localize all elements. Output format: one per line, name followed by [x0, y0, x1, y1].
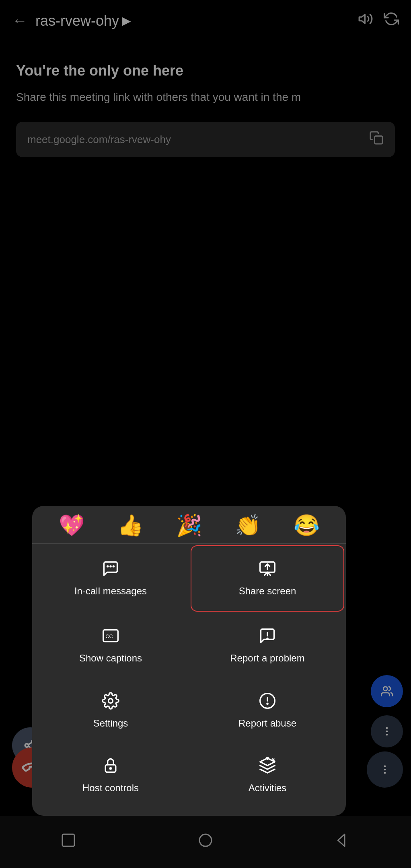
settings-label: Settings	[93, 717, 128, 729]
share-screen-label: Share screen	[239, 585, 296, 597]
activities-label: Activities	[249, 782, 287, 794]
menu-item-report-abuse[interactable]: Report abuse	[189, 678, 346, 743]
report-problem-label: Report a problem	[230, 652, 304, 664]
menu-item-settings[interactable]: Settings	[32, 678, 189, 743]
emoji-party[interactable]: 🎉	[162, 513, 216, 538]
emoji-row: 💖 👍 🎉 👏 😂	[32, 506, 346, 544]
menu-item-share-screen[interactable]: Share screen	[191, 545, 344, 612]
settings-icon	[102, 692, 119, 712]
menu-item-show-captions[interactable]: CC Show captions	[32, 613, 189, 678]
menu-item-activities[interactable]: Activities	[189, 743, 346, 808]
host-controls-icon	[102, 757, 119, 777]
host-controls-label: Host controls	[82, 782, 139, 794]
menu-grid: In-call messages Share screen CC	[32, 544, 346, 808]
activities-icon	[259, 757, 276, 777]
popup-menu: 💖 👍 🎉 👏 😂 In-call messages	[32, 506, 346, 816]
emoji-clap[interactable]: 👏	[220, 513, 275, 538]
emoji-thumbsup[interactable]: 👍	[103, 513, 158, 538]
svg-point-32	[267, 757, 268, 759]
report-abuse-label: Report abuse	[238, 717, 296, 729]
share-screen-icon	[259, 560, 276, 580]
svg-text:CC: CC	[105, 633, 113, 639]
in-call-messages-icon	[102, 560, 119, 580]
show-captions-label: Show captions	[79, 652, 142, 664]
svg-point-29	[110, 768, 111, 769]
in-call-messages-label: In-call messages	[74, 585, 147, 597]
show-captions-icon: CC	[102, 627, 119, 647]
menu-item-host-controls[interactable]: Host controls	[32, 743, 189, 808]
menu-item-report-problem[interactable]: Report a problem	[189, 613, 346, 678]
emoji-laugh[interactable]: 😂	[279, 513, 334, 538]
svg-point-24	[109, 698, 113, 703]
menu-item-in-call-messages[interactable]: In-call messages	[32, 544, 189, 613]
emoji-heart[interactable]: 💖	[44, 513, 99, 538]
report-problem-icon	[259, 627, 276, 647]
report-abuse-icon	[259, 692, 276, 712]
